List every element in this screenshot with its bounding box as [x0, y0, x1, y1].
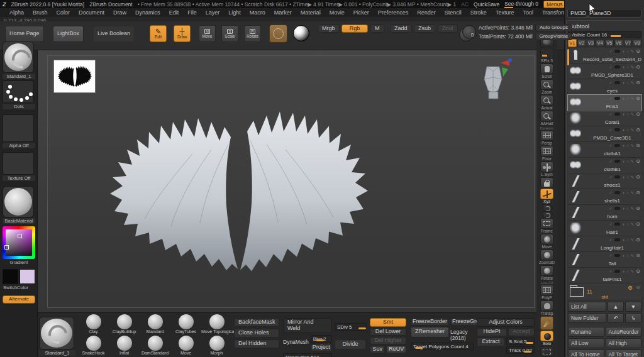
color-handle2-icon[interactable]	[4, 245, 9, 250]
circle-icon[interactable]: ○	[626, 49, 629, 53]
circle-icon[interactable]: ○	[626, 175, 629, 179]
shelf-tool[interactable]: Scroll	[540, 63, 553, 79]
menu-item[interactable]: Alpha	[5, 9, 28, 16]
basic-material-thumb[interactable]	[3, 186, 34, 217]
draw-size-knob-icon[interactable]: D	[462, 25, 476, 39]
polypaint-check-icon[interactable]: ✓	[609, 49, 613, 54]
shelf-tool[interactable]: Line Fill PolyF	[540, 281, 553, 300]
subtool-row[interactable]: ✓◑○✎⊙ Tail	[568, 252, 641, 268]
fins-sculpt-model[interactable]	[38, 50, 536, 312]
subtool-thumbnail[interactable]	[568, 268, 583, 283]
subtool-action-button[interactable]: All Low	[568, 338, 604, 348]
shelf-tool-icon[interactable]	[540, 48, 553, 58]
menu-item[interactable]: Draw	[109, 9, 131, 16]
visible-count-slider[interactable]: Visible Count 16	[568, 31, 641, 38]
shelf-tool[interactable]: Solo	[540, 331, 553, 346]
shelf-tool-icon[interactable]	[543, 211, 552, 217]
shelf-tool-icon[interactable]	[540, 265, 553, 276]
circle-icon[interactable]: ○	[626, 80, 629, 85]
pen-edit-icon[interactable]: ✎	[631, 238, 634, 243]
move-into-icon[interactable]: ↳	[625, 313, 641, 323]
toggle-pill-icon[interactable]	[614, 254, 620, 257]
project-button[interactable]: Project	[311, 344, 332, 351]
subtool-action-button[interactable]: All High	[606, 338, 642, 348]
brush-item[interactable]: Standard	[140, 314, 170, 335]
shelf-tool-icon[interactable]	[540, 177, 553, 188]
brush-thumb[interactable]	[179, 314, 194, 329]
pen-edit-icon[interactable]: ✎	[631, 65, 634, 70]
brush-item[interactable]: ClayTubes	[170, 314, 201, 335]
brush-item[interactable]: Move Topological	[201, 314, 232, 335]
subtool-row[interactable]: ✓◑○✎⊙ Coral1	[568, 111, 641, 126]
shelf-tool-icon[interactable]	[540, 218, 553, 229]
subtool-thumbnail[interactable]	[568, 236, 583, 251]
circle-icon[interactable]: ○	[626, 222, 629, 226]
half-icon[interactable]: ◑	[622, 253, 625, 258]
shelf-tool[interactable]	[540, 346, 553, 357]
brush-item[interactable]: DamStandard	[140, 336, 170, 356]
polypaint-check-icon[interactable]: ✓	[609, 96, 613, 101]
shelf-tool[interactable]: SPix 3	[540, 48, 553, 63]
polypaint-check-icon[interactable]: ✓	[609, 80, 613, 85]
blur-slider[interactable]: Blur 2	[311, 335, 332, 343]
adjust-colors-button[interactable]: Adjust Colors	[477, 318, 535, 327]
pen-edit-icon[interactable]: ✎	[631, 222, 634, 227]
subtool-thumbnail[interactable]	[568, 173, 583, 189]
polypaint-check-icon[interactable]: ✓	[609, 175, 613, 180]
pen-edit-icon[interactable]: ✎	[631, 206, 634, 211]
mirror-and-weld-button[interactable]: Mirror And Weld	[283, 318, 332, 333]
shelf-tool-icon[interactable]	[540, 285, 553, 295]
menu-item[interactable]: Stencil	[440, 9, 466, 16]
pen-edit-icon[interactable]: ✎	[631, 269, 634, 274]
menus-button[interactable]: Menus	[543, 1, 566, 8]
smt-button[interactable]: Smt	[370, 318, 406, 327]
polypaint-check-icon[interactable]: ✓	[609, 143, 613, 148]
visibility-eye-icon[interactable]: ⊙	[636, 253, 640, 258]
pen-edit-icon[interactable]: ✎	[631, 80, 634, 85]
current-brush-thumb[interactable]	[39, 317, 74, 349]
zremesher-button[interactable]: ZRemesher	[411, 327, 449, 338]
current-brush-large[interactable]: Standard_1	[39, 317, 75, 356]
shelf-tool-icon[interactable]	[540, 250, 553, 260]
stroke-slot[interactable]: Dots	[3, 80, 35, 109]
color-picker-slot[interactable]: Gradient	[3, 226, 35, 265]
brush-thumb[interactable]	[86, 336, 101, 351]
visibility-eye-icon[interactable]: ⊙	[636, 48, 640, 54]
rotate-button[interactable]: RRotate	[244, 25, 261, 42]
menu-item[interactable]: Document	[74, 9, 109, 16]
half-icon[interactable]: ◑	[622, 143, 625, 148]
visible-count-handle[interactable]	[611, 35, 621, 37]
visibility-eye-icon[interactable]: ⊙	[636, 143, 640, 148]
subtool-row[interactable]: ✓◑○✎⊙ Record_sotai_Section4_Detail4	[568, 48, 641, 63]
new-folder-button[interactable]: New Folder	[568, 313, 606, 323]
circle-icon[interactable]: ○	[626, 269, 629, 273]
subtool-row[interactable]: ✓◑○✎⊙ Hair1	[568, 221, 641, 236]
brush-thumb[interactable]	[179, 336, 194, 351]
texture-off-thumb[interactable]	[3, 152, 34, 175]
rgb-button[interactable]: Rgb	[341, 25, 368, 33]
current-brush-ring-icon[interactable]	[269, 25, 287, 43]
circle-icon[interactable]: ○	[626, 159, 629, 163]
shelf-tool-icon[interactable]	[540, 111, 553, 121]
half-icon[interactable]: ◑	[622, 128, 625, 132]
menu-item[interactable]: Edit	[165, 9, 184, 16]
target-polygons-handle[interactable]	[415, 347, 423, 349]
lightbox-button[interactable]: LightBox	[53, 26, 84, 42]
subtool-thumbnail[interactable]	[568, 252, 583, 267]
toggle-pill-icon[interactable]	[614, 207, 620, 210]
brush-thumb[interactable]	[86, 314, 101, 329]
sculptris-sphere-icon[interactable]	[293, 25, 309, 41]
subtool-thumbnail[interactable]	[568, 158, 583, 173]
visibility-eye-icon[interactable]: ⊙	[636, 158, 640, 164]
sdiv-slider[interactable]: SDiv 5	[335, 323, 366, 331]
visibility-tab[interactable]: V4	[596, 39, 604, 47]
menu-item[interactable]: Render	[413, 9, 440, 16]
pen-edit-icon[interactable]: ✎	[631, 253, 634, 258]
accept-button[interactable]: Accept	[508, 328, 535, 336]
thick-handle[interactable]	[524, 351, 531, 353]
brush-thumb[interactable]	[117, 314, 132, 329]
main-color-swatch[interactable]	[3, 269, 18, 284]
subtool-thumbnail[interactable]	[568, 189, 583, 204]
shelf-tool[interactable]: AAHalf	[540, 111, 553, 126]
half-icon[interactable]: ◑	[622, 80, 625, 85]
